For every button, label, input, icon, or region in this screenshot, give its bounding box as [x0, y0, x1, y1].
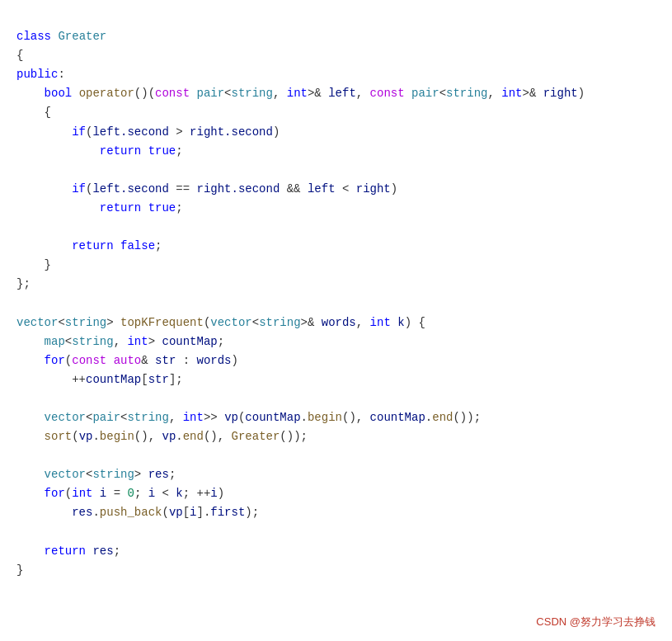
type-pair2: pair [411, 87, 439, 100]
keyword-return2: return [100, 201, 141, 214]
var-str: str [155, 354, 176, 367]
type-string5: string [72, 335, 113, 348]
keyword-int3: int [370, 316, 391, 329]
var-words: words [322, 316, 356, 329]
var-right2: right [356, 182, 391, 196]
type-string3: string [65, 316, 106, 329]
type-pair1: pair [196, 87, 224, 100]
type-pair3: pair [92, 411, 120, 424]
code-block: class Greater { public: bool operator()(… [0, 8, 672, 599]
var-i: i [100, 487, 106, 500]
keyword-false: false [120, 239, 155, 252]
var-right-second2: right.second [196, 182, 280, 196]
keyword-const2: const [370, 87, 405, 100]
type-string4: string [259, 316, 300, 329]
fn-begin1: begin [308, 411, 342, 424]
type-string6: string [127, 411, 168, 424]
type-vector4: vector [45, 468, 86, 481]
var-res3: res [92, 544, 113, 558]
keyword-int2: int [501, 87, 522, 100]
var-vp: vp [224, 411, 238, 424]
var-i3: i [210, 487, 217, 500]
keyword-class: class [16, 30, 51, 43]
type-string2: string [446, 87, 487, 100]
type-vector3: vector [45, 411, 86, 424]
keyword-return4: return [45, 544, 86, 558]
var-right-second1: right.second [190, 125, 273, 139]
var-vp4: vp [169, 506, 183, 519]
keyword-auto: auto [114, 354, 142, 367]
fn-end1: end [432, 411, 453, 424]
keyword-bool: bool [45, 87, 73, 100]
keyword-for2: for [45, 487, 65, 500]
fn-end2: end [183, 430, 204, 443]
keyword-int6: int [72, 487, 92, 500]
var-i2: i [148, 487, 155, 500]
var-first: first [210, 506, 245, 519]
var-i4: i [190, 506, 196, 519]
keyword-if2: if [72, 182, 86, 196]
watermark: CSDN @努力学习去挣钱 [536, 614, 656, 631]
fn-operator: operator [79, 87, 134, 100]
keyword-int4: int [127, 335, 148, 348]
var-left2: left [308, 182, 336, 196]
type-vector1: vector [16, 316, 58, 329]
var-left-second2: left.second [92, 182, 168, 196]
fn-sort: sort [45, 430, 73, 443]
var-left-second1: left.second [92, 125, 168, 139]
var-countmap: countMap [162, 335, 218, 348]
class-name: Greater [58, 30, 106, 43]
fn-topkfrequent: topKFrequent [120, 316, 204, 329]
keyword-const1: const [155, 87, 190, 100]
var-left: left [328, 87, 356, 100]
keyword-return3: return [72, 239, 113, 252]
var-k2: k [176, 487, 182, 500]
code-container: class Greater { public: bool operator()(… [0, 0, 672, 641]
var-res: res [148, 468, 169, 481]
type-map: map [45, 335, 65, 348]
keyword-int5: int [183, 411, 204, 424]
var-countmap2: countMap [86, 373, 141, 386]
keyword-const3: const [72, 354, 106, 367]
var-vp2: vp [79, 430, 93, 443]
fn-push-back: push_back [100, 506, 162, 519]
var-str2: str [148, 373, 169, 386]
type-vector2: vector [210, 316, 251, 329]
fn-begin2: begin [100, 430, 134, 443]
fn-greater: Greater [232, 430, 280, 443]
var-countmap4: countMap [370, 411, 425, 424]
var-res2: res [72, 506, 92, 519]
keyword-public: public [16, 68, 58, 81]
type-string7: string [92, 468, 134, 481]
num-0: 0 [127, 487, 134, 500]
keyword-if1: if [72, 125, 86, 139]
var-countmap3: countMap [245, 411, 300, 424]
var-k: k [397, 316, 404, 329]
var-right: right [543, 87, 578, 100]
keyword-true2: true [148, 201, 176, 214]
keyword-int1: int [287, 87, 308, 100]
var-vp3: vp [162, 430, 176, 443]
keyword-return1: return [100, 144, 141, 158]
type-string1: string [232, 87, 273, 100]
keyword-true1: true [148, 144, 176, 158]
var-words2: words [197, 354, 232, 367]
keyword-for1: for [45, 354, 65, 367]
